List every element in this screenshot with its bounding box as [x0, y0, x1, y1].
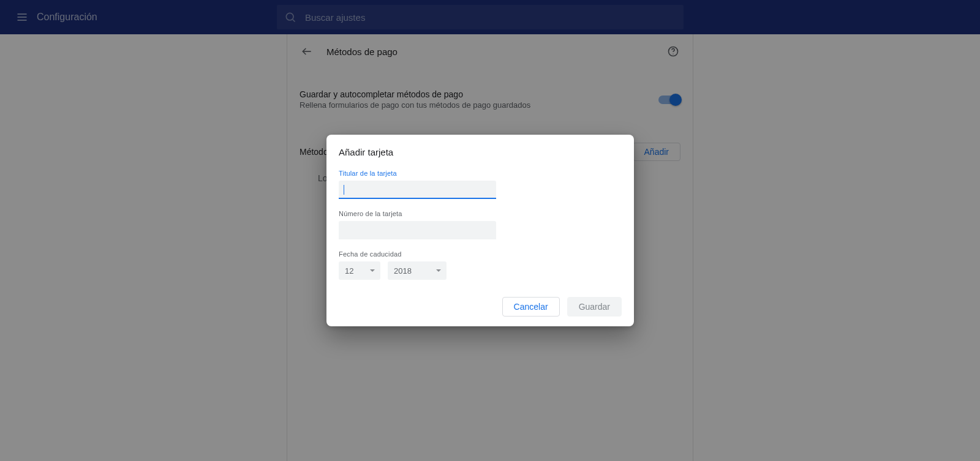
- dialog-title: Añadir tarjeta: [339, 147, 622, 157]
- cardnumber-input[interactable]: [339, 221, 496, 239]
- expiry-year-value: 2018: [394, 266, 412, 275]
- cardholder-input-wrap: [339, 181, 496, 199]
- expiry-label: Fecha de caducidad: [339, 250, 622, 258]
- text-caret: [344, 185, 344, 195]
- save-button[interactable]: Guardar: [567, 297, 622, 317]
- cardnumber-input-wrap: [339, 221, 496, 239]
- cardholder-input[interactable]: [339, 181, 496, 199]
- chevron-down-icon: [435, 268, 442, 274]
- cardnumber-label: Número de la tarjeta: [339, 210, 622, 217]
- dialog-actions: Cancelar Guardar: [339, 297, 622, 317]
- expiry-month-value: 12: [345, 266, 353, 275]
- expiry-year-select[interactable]: 2018: [388, 261, 447, 280]
- expiry-selects: 12 2018: [339, 261, 622, 280]
- cancel-button[interactable]: Cancelar: [502, 297, 560, 317]
- add-card-dialog: Añadir tarjeta Titular de la tarjeta Núm…: [326, 135, 634, 326]
- cardholder-label: Titular de la tarjeta: [339, 170, 622, 177]
- expiry-month-select[interactable]: 12: [339, 261, 380, 280]
- chevron-down-icon: [369, 268, 375, 274]
